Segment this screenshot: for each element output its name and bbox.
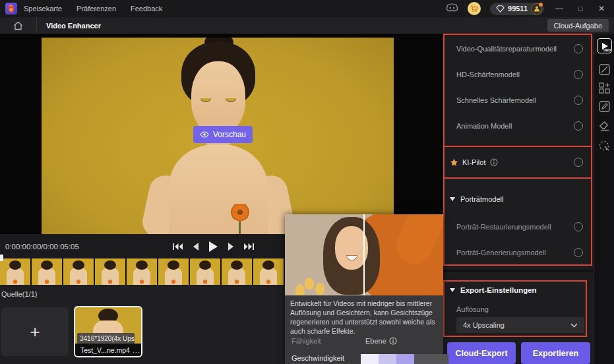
tool-frame-interpolation[interactable] xyxy=(597,80,612,96)
coin-count: 99511 xyxy=(508,5,528,13)
minimize-button[interactable]: — xyxy=(553,4,565,13)
radio-hd-sharpen[interactable] xyxy=(574,70,583,79)
model-panel: Video-Qualitätsreparaturmodell HD-Schärf… xyxy=(443,34,594,364)
tool-strip: UHD xyxy=(594,34,614,364)
grid-plus-icon xyxy=(599,82,610,94)
tool-smart-select[interactable] xyxy=(597,138,612,154)
model-list-highlight: Video-Qualitätsreparaturmodell HD-Schärf… xyxy=(443,34,592,266)
resolution-label: Auflösung xyxy=(456,305,489,313)
app-logo-icon xyxy=(5,3,17,15)
comparison-divider[interactable] xyxy=(363,214,365,295)
app-window: Speisekarte Präferenzen Feedback 99511 —… xyxy=(0,0,614,364)
model-row-portrait-generation[interactable]: Porträt-Generierungsmodell xyxy=(445,244,591,261)
tab-video-enhancer[interactable]: Video Enhancer xyxy=(46,22,101,30)
play-button[interactable] xyxy=(209,241,218,252)
cloud-export-button[interactable]: Cloud-Export xyxy=(447,342,516,364)
skip-start-button[interactable] xyxy=(173,243,183,251)
thumbnail-resolution-badge: 3416*1920(4x Upscal... xyxy=(77,333,135,344)
avatar-icon[interactable] xyxy=(531,3,542,15)
model-row-ki-pilot[interactable]: KI-Pilot xyxy=(445,154,591,171)
uhd-label: UHD xyxy=(603,48,611,52)
menu-item-feedback[interactable]: Feedback xyxy=(131,5,162,13)
close-button[interactable]: ✕ xyxy=(596,4,607,13)
model-row-fast-sharpen[interactable]: Schnelles Schärfemodell xyxy=(445,92,591,109)
model-row-animation[interactable]: Animation Modell xyxy=(445,117,591,135)
tab-bar: Video Enhancer Cloud-Aufgabe xyxy=(0,17,614,34)
radio-fast-sharpen[interactable] xyxy=(574,96,583,105)
title-bar: Speisekarte Präferenzen Feedback 99511 —… xyxy=(0,0,614,17)
export-settings-section: Export-Einstellungen Auflösung 4x Upscal… xyxy=(443,280,587,337)
source-thumbnail[interactable]: 3416*1920(4x Upscal... Test_V...ne.mp4 .… xyxy=(74,306,142,357)
tool-editor[interactable] xyxy=(597,99,612,114)
edit-pen-icon xyxy=(599,101,610,112)
resolution-value: 4x Upscaling xyxy=(463,321,505,329)
home-icon xyxy=(13,21,23,30)
more-menu-icon[interactable]: ... xyxy=(133,346,140,354)
model-row-quality-repair[interactable]: Video-Qualitätsreparaturmodell xyxy=(445,40,591,57)
thumbnail-filename: Test_V...ne.mp4 xyxy=(80,346,130,354)
export-button[interactable]: Exportieren xyxy=(521,342,590,364)
preview-button[interactable]: Vorschau xyxy=(193,126,253,143)
tool-watermark-eraser[interactable] xyxy=(597,119,612,134)
model-row-hd-sharpen[interactable]: HD-Schärfenmodell xyxy=(445,66,591,83)
model-info-popup: Entwickelt für Videos mit niedriger bis … xyxy=(285,214,443,364)
radio-quality-repair[interactable] xyxy=(574,44,583,53)
model-description: Entwickelt für Videos mit niedriger bis … xyxy=(290,299,439,336)
coin-balance[interactable]: 99511 xyxy=(490,3,544,15)
timecode: 0:00:00:00/0:00:05:05 xyxy=(5,243,79,251)
speed-label: Geschwindigkeit xyxy=(292,354,355,362)
tool-curve-adjust[interactable] xyxy=(597,62,612,77)
prev-frame-button[interactable] xyxy=(193,243,199,251)
add-source-button[interactable]: + xyxy=(1,307,69,356)
portrait-group-header[interactable]: Porträtmodell xyxy=(445,191,591,208)
home-button[interactable] xyxy=(0,17,37,34)
radio-ki-pilot[interactable] xyxy=(574,158,583,167)
capability-label: Fähigkeit xyxy=(292,337,365,345)
playhead[interactable] xyxy=(0,255,3,261)
cloud-task-button[interactable]: Cloud-Aufgabe xyxy=(547,19,609,32)
cart-icon[interactable] xyxy=(468,2,481,15)
model-row-portrait-restoration[interactable]: Porträt-Restaurierungsmodell xyxy=(445,218,591,235)
magic-select-icon xyxy=(599,140,610,152)
maximize-button[interactable]: □ xyxy=(574,5,586,13)
info-icon xyxy=(389,337,397,345)
radio-portrait-generation[interactable] xyxy=(574,248,583,257)
eraser-icon xyxy=(599,121,610,131)
tool-video-enhancer[interactable]: UHD xyxy=(597,38,612,53)
main-area: Vorschau 0:00:00:00/0:00:05:05 xyxy=(0,34,614,364)
caret-down-icon xyxy=(450,197,455,201)
eye-icon xyxy=(200,131,209,138)
radio-animation[interactable] xyxy=(574,121,583,131)
speed-meter xyxy=(361,354,448,364)
caret-down-icon xyxy=(450,288,455,292)
skip-end-button[interactable] xyxy=(244,243,254,251)
star-icon xyxy=(450,158,458,167)
video-preview-canvas: Vorschau xyxy=(0,34,443,234)
export-settings-header[interactable]: Export-Einstellungen xyxy=(450,286,537,294)
chevron-down-icon xyxy=(570,323,578,328)
notification-dot xyxy=(539,3,543,7)
info-icon xyxy=(490,158,498,166)
comparison-image xyxy=(285,214,443,295)
transport-controls xyxy=(173,241,254,252)
menu-item-praeferenzen[interactable]: Präferenzen xyxy=(77,5,116,13)
source-count-label: Quelle(1/1) xyxy=(1,290,37,298)
radio-portrait-restoration[interactable] xyxy=(574,222,583,231)
resolution-dropdown[interactable]: 4x Upscaling xyxy=(456,317,584,333)
discord-icon[interactable] xyxy=(446,3,458,14)
menu-bar: Speisekarte Präferenzen Feedback xyxy=(24,5,162,13)
preview-button-label: Vorschau xyxy=(213,130,246,139)
menu-item-speisekarte[interactable]: Speisekarte xyxy=(24,5,62,13)
curve-icon xyxy=(599,64,610,75)
level-label: Ebene xyxy=(365,337,386,345)
gem-icon xyxy=(496,5,505,13)
next-frame-button[interactable] xyxy=(228,243,233,251)
